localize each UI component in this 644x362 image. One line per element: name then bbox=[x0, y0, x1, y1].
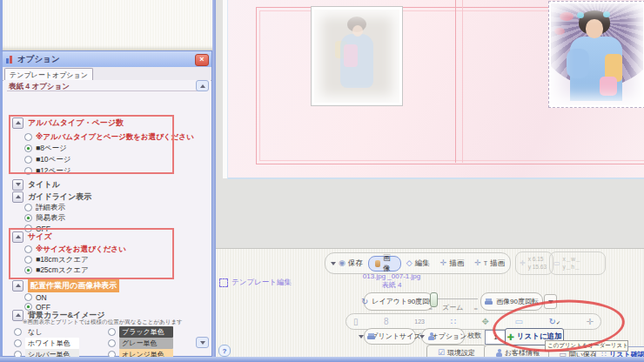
app-window: ◉ 保存 画像 ◇ 編集 ✛ 描画 ✛ T 描画 ✛ x 6.15 y 15.6… bbox=[0, 0, 644, 362]
album-option-12[interactable]: ■12ページ bbox=[24, 166, 71, 176]
rotate-check-tool-icon[interactable]: ↻✓ bbox=[549, 317, 560, 326]
count-input[interactable] bbox=[485, 330, 506, 345]
text-draw-mode-button[interactable]: ✛ T 描画 bbox=[469, 258, 510, 269]
frame-section-header: 配置作業用の画像枠表示 bbox=[12, 280, 119, 291]
text-draw-crosshair-icon: ✛ bbox=[474, 259, 481, 267]
coord-rect-icon: ▭ bbox=[553, 260, 560, 267]
album-type-section-header: アルバムタイプ・ページ数 bbox=[12, 117, 124, 128]
photo-faded-kimono-back[interactable] bbox=[312, 7, 402, 105]
save-label: 保存 bbox=[348, 258, 363, 269]
album-option-10[interactable]: ■10ページ bbox=[24, 155, 71, 164]
radio-selected bbox=[24, 266, 32, 274]
scroll-down-button[interactable] bbox=[196, 337, 209, 348]
bgcolor-note: ※画面表示とプリントでは模様の位置が異なることがあります bbox=[23, 318, 183, 326]
coord-x: x 6.15 bbox=[528, 256, 547, 263]
mode-toolbar-group: ◉ 保存 画像 ◇ 編集 ✛ 描画 ✛ T 描画 bbox=[325, 252, 511, 274]
draw-crosshair-icon: ✛ bbox=[440, 259, 447, 267]
image-mode-icon bbox=[375, 260, 380, 267]
album-option-8[interactable]: ■8ページ bbox=[24, 144, 67, 153]
bgcolor-white[interactable]: ホワイト単色 bbox=[14, 338, 79, 348]
bgcolor-gray[interactable]: グレー単色 bbox=[108, 338, 173, 348]
collapse-button[interactable] bbox=[12, 117, 23, 129]
options-titlebar[interactable]: オプション bbox=[3, 51, 211, 67]
image-rotate-dropdown-icon bbox=[548, 300, 553, 304]
template-edit-label: テンプレート編集 bbox=[231, 278, 292, 288]
customer-person-icon bbox=[496, 349, 502, 357]
option-button[interactable]: オプション bbox=[421, 328, 465, 345]
coord-crosshair-icon: ✛ bbox=[520, 260, 526, 267]
image-rotate-label: 画像90度回転 bbox=[496, 297, 539, 306]
size-option-choose[interactable]: ※サイズをお選びください bbox=[24, 245, 126, 254]
image-mode-button[interactable]: 画像 bbox=[368, 256, 401, 272]
frame-option-on[interactable]: ON bbox=[24, 292, 47, 302]
image-rotate-button[interactable]: 画像90度回転 bbox=[480, 292, 543, 311]
cursor-coordinates-box: ✛ x 6.15 y 15.63 bbox=[515, 251, 553, 275]
options-title: オプション bbox=[17, 54, 60, 65]
numbering-tool-icon[interactable]: 123 bbox=[414, 318, 425, 325]
guideline-header: ガイドライン表示 bbox=[28, 191, 91, 203]
count-label: 枚数 bbox=[467, 331, 481, 340]
print-size-dropdown-icon bbox=[359, 335, 364, 339]
portrait-tool-icon[interactable]: 8 bbox=[384, 317, 389, 326]
save-dropdown-icon[interactable] bbox=[331, 262, 336, 265]
option-dropdown-icon bbox=[419, 335, 425, 339]
collapse-button[interactable] bbox=[12, 179, 23, 191]
coord-values: x 6.15 y 15.63 bbox=[528, 256, 547, 270]
layout-rotate-icon: ↻ bbox=[361, 298, 368, 306]
guideline-option-simple[interactable]: 簡易表示 bbox=[24, 213, 65, 223]
collapse-up-icon bbox=[16, 195, 21, 198]
size-coordinates-box: ▭ x＿w＿ y＿h＿ bbox=[549, 251, 606, 275]
move-tool-icon[interactable]: ✥ bbox=[482, 317, 489, 326]
size-section-header: サイズ bbox=[12, 231, 52, 242]
print-size-label: プリントサイズ bbox=[371, 332, 420, 341]
grid-tool-icon[interactable]: ∷ bbox=[451, 317, 456, 326]
scroll-up-icon bbox=[200, 84, 205, 88]
rect-tool-icon[interactable]: ▭ bbox=[515, 317, 523, 326]
image-rotate-dropdown[interactable] bbox=[544, 294, 557, 309]
current-page-label: 表紙 4 bbox=[322, 280, 461, 290]
print-size-button[interactable]: プリントサイズ bbox=[364, 328, 416, 345]
text-draw-t-label: T bbox=[484, 260, 487, 266]
customer-info-label: お客様情報 bbox=[505, 348, 540, 358]
help-icon[interactable]: ? bbox=[218, 345, 231, 357]
collapse-button[interactable] bbox=[12, 231, 23, 243]
album-page-canvas[interactable] bbox=[227, 0, 644, 179]
edit-mode-button[interactable]: ◇ 編集 bbox=[401, 258, 435, 269]
spine-guide-line-2 bbox=[462, 0, 463, 163]
layout-rotate-button[interactable]: ↻ レイアウト90度回転 bbox=[364, 292, 433, 311]
scroll-up-button[interactable] bbox=[196, 80, 209, 91]
bgcolor-black[interactable]: ブラック単色 bbox=[108, 326, 173, 337]
radio bbox=[24, 293, 32, 301]
size-option-25cm[interactable]: ■25cmスクエア bbox=[24, 265, 89, 275]
photo-selected-umbrella[interactable] bbox=[548, 1, 644, 108]
options-body: 表紙 4 オプション アルバムタイプ・ページ数 ※アルバムタイプとページ数をお選… bbox=[3, 80, 211, 355]
collapse-down-icon bbox=[16, 183, 21, 186]
radio-selected bbox=[24, 214, 32, 222]
image-mode-label: 画像 bbox=[383, 253, 394, 274]
zoom-min-mark: ＝ bbox=[427, 305, 433, 313]
draw-mode-button[interactable]: ✛ 描画 bbox=[435, 258, 470, 269]
collapse-up-icon bbox=[16, 313, 21, 317]
zoom-slider-track[interactable] bbox=[433, 298, 478, 299]
photo2-vignette bbox=[551, 3, 643, 105]
guideline-option-detail[interactable]: 詳細表示 bbox=[24, 203, 65, 212]
draw-mode-label: 描画 bbox=[449, 258, 464, 269]
slot-tool-icon[interactable]: ▯ bbox=[353, 317, 359, 326]
album-type-header: アルバムタイプ・ページ数 bbox=[28, 117, 124, 129]
save-button[interactable]: ◉ 保存 bbox=[325, 258, 368, 269]
radio bbox=[14, 328, 22, 336]
radio bbox=[14, 339, 22, 347]
collapse-up-icon bbox=[16, 284, 21, 287]
close-icon[interactable]: × bbox=[195, 54, 209, 66]
collapse-up-icon bbox=[16, 235, 21, 238]
size-option-18cm[interactable]: ■18cmスクエア bbox=[24, 255, 89, 265]
tab-template-options[interactable]: テンプレートオプション bbox=[4, 68, 93, 81]
options-tabbar: テンプレートオプション bbox=[3, 67, 211, 81]
album-option-choose[interactable]: ※アルバムタイプとページ数をお選びください bbox=[24, 132, 194, 142]
crosshair-tool-icon[interactable]: ✛ bbox=[587, 317, 594, 326]
options-window-icon bbox=[6, 56, 14, 64]
collapse-button[interactable] bbox=[12, 280, 23, 292]
template-edit-link[interactable]: テンプレート編集 bbox=[219, 278, 292, 288]
collapse-button[interactable] bbox=[12, 191, 23, 203]
bgcolor-none[interactable]: なし bbox=[14, 326, 79, 337]
